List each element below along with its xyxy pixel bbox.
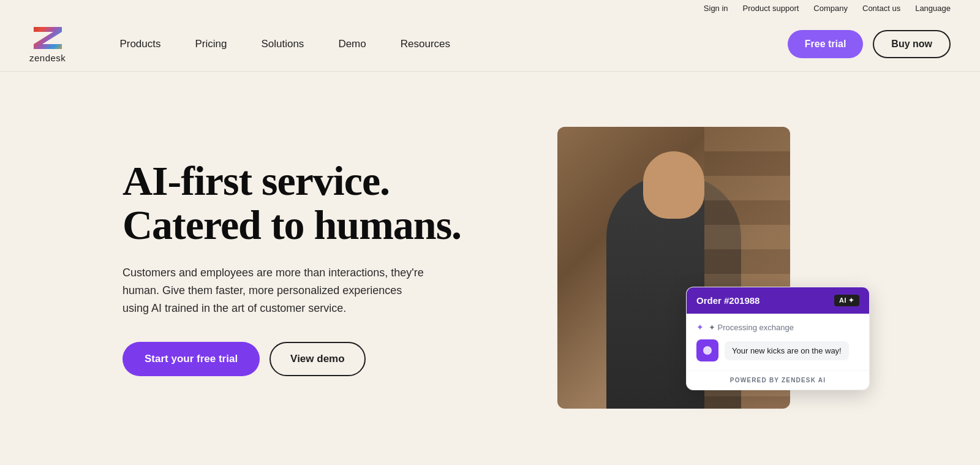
nav-solutions[interactable]: Solutions [244,17,321,72]
message-bubble: Your new kicks are on the way! [725,341,849,360]
top-utility-bar: Sign in Product support Company Contact … [0,0,980,17]
processing-row: ✦ ✦ Processing exchange [696,322,859,332]
product-support-link[interactable]: Product support [743,4,799,13]
hero-description: Customers and employees are more than in… [123,264,429,317]
hero-image-area: Order #201988 AI ✦ ✦ ✦ Processing exchan… [514,127,833,409]
main-navbar: zendesk Products Pricing Solutions Demo … [0,17,980,72]
hero-section: AI-first service. Catered to humans. Cus… [0,72,980,464]
hero-title: AI-first service. Catered to humans. [123,159,466,247]
ai-card-body: ✦ ✦ Processing exchange Your new kicks a… [687,314,869,370]
sign-in-link[interactable]: Sign in [704,4,728,13]
nav-demo[interactable]: Demo [321,17,383,72]
ai-card-header: Order #201988 AI ✦ [687,287,869,314]
contact-us-link[interactable]: Contact us [862,4,900,13]
zendesk-logo-icon [31,25,64,51]
message-row: Your new kicks are on the way! [696,339,859,361]
buy-now-button[interactable]: Buy now [873,30,951,58]
ai-card-footer: POWERED BY ZENDESK AI [687,370,869,390]
language-link[interactable]: Language [915,4,951,13]
svg-marker-0 [34,27,62,49]
start-free-trial-button[interactable]: Start your free trial [123,342,260,376]
processing-label: ✦ Processing exchange [709,323,794,332]
ai-badge: AI ✦ [834,295,859,306]
view-demo-button[interactable]: View demo [270,342,366,376]
hero-content: AI-first service. Catered to humans. Cus… [123,159,466,376]
ai-chat-card: Order #201988 AI ✦ ✦ ✦ Processing exchan… [686,287,870,390]
nav-links: Products Pricing Solutions Demo Resource… [102,17,787,72]
order-label: Order #201988 [696,295,760,306]
logo-text: zendesk [29,53,66,63]
company-link[interactable]: Company [813,4,848,13]
hero-buttons: Start your free trial View demo [123,342,466,376]
nav-actions: Free trial Buy now [788,30,951,58]
processing-icon: ✦ [696,322,704,332]
avatar-dot [696,339,718,361]
avatar-dot-inner [703,346,712,355]
nav-products[interactable]: Products [102,17,178,72]
free-trial-button[interactable]: Free trial [788,30,864,58]
nav-resources[interactable]: Resources [383,17,467,72]
logo-link[interactable]: zendesk [29,25,66,63]
nav-pricing[interactable]: Pricing [178,17,244,72]
